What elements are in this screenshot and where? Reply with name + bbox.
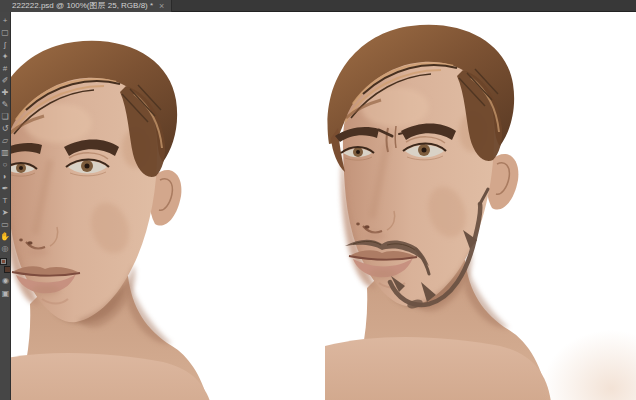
paint-smudge xyxy=(536,325,636,400)
photoshop-window: +▢ʃ✦#✐✚✎❏↺▱▥○◗✒T➤▭✋◎ ◉ ▣ 222222.psd @ 10… xyxy=(0,0,636,400)
tool-column: +▢ʃ✦#✐✚✎❏↺▱▥○◗✒T➤▭✋◎ xyxy=(0,12,10,255)
move-tool-icon[interactable]: + xyxy=(0,15,11,27)
magic-wand-tool-icon[interactable]: ✦ xyxy=(0,51,11,63)
brush-tool-icon[interactable]: ✎ xyxy=(0,99,11,111)
history-brush-tool-icon[interactable]: ↺ xyxy=(0,123,11,135)
path-selection-tool-icon[interactable]: ➤ xyxy=(0,207,11,219)
hand-tool-icon[interactable]: ✋ xyxy=(0,231,11,243)
shape-tool-icon[interactable]: ▭ xyxy=(0,219,11,231)
dodge-tool-icon[interactable]: ◗ xyxy=(0,171,11,183)
portrait-right xyxy=(295,12,555,400)
document-tab[interactable]: 222222.psd @ 100%(图层 25, RGB/8) * × xyxy=(0,0,172,12)
blur-tool-icon[interactable]: ○ xyxy=(0,159,11,171)
screen-mode-icon[interactable]: ▣ xyxy=(0,287,11,300)
portrait-left xyxy=(11,28,218,400)
marquee-tool-icon[interactable]: ▢ xyxy=(0,27,11,39)
eraser-tool-icon[interactable]: ▱ xyxy=(0,135,11,147)
document-tab-bar: 222222.psd @ 100%(图层 25, RGB/8) * × xyxy=(0,0,636,12)
crop-tool-icon[interactable]: # xyxy=(0,63,11,75)
background-color-swatch[interactable] xyxy=(4,266,11,273)
quick-mask-icon[interactable]: ◉ xyxy=(0,274,11,287)
gradient-tool-icon[interactable]: ▥ xyxy=(0,147,11,159)
type-tool-icon[interactable]: T xyxy=(0,195,11,207)
clone-stamp-tool-icon[interactable]: ❏ xyxy=(0,111,11,123)
tab-close-icon[interactable]: × xyxy=(159,1,164,11)
foreground-color-swatch[interactable] xyxy=(0,258,7,265)
color-swatches xyxy=(0,257,11,274)
healing-brush-tool-icon[interactable]: ✚ xyxy=(0,87,11,99)
document-tab-title: 222222.psd @ 100%(图层 25, RGB/8) * xyxy=(12,0,153,12)
zoom-tool-icon[interactable]: ◎ xyxy=(0,243,11,255)
eyedropper-tool-icon[interactable]: ✐ xyxy=(0,75,11,87)
document-canvas[interactable] xyxy=(11,12,636,400)
lasso-tool-icon[interactable]: ʃ xyxy=(0,39,11,51)
pen-tool-icon[interactable]: ✒ xyxy=(0,183,11,195)
tools-panel: +▢ʃ✦#✐✚✎❏↺▱▥○◗✒T➤▭✋◎ ◉ ▣ xyxy=(0,12,11,400)
